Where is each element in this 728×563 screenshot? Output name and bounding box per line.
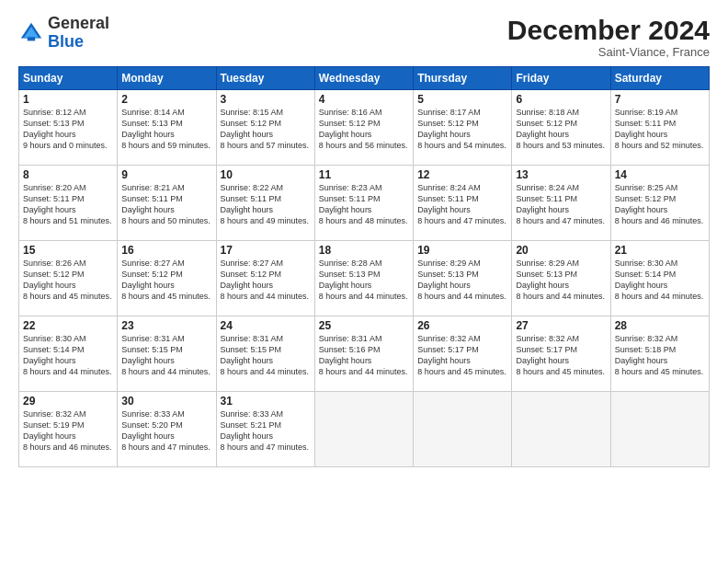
calendar-cell: 14Sunrise: 8:25 AMSunset: 5:12 PMDayligh… <box>610 166 709 241</box>
day-info: Sunrise: 8:29 AMSunset: 5:13 PMDaylight … <box>516 258 606 303</box>
day-info: Sunrise: 8:28 AMSunset: 5:13 PMDaylight … <box>319 258 409 303</box>
title-area: December 2024 Saint-Viance, France <box>507 15 710 59</box>
subtitle: Saint-Viance, France <box>507 45 710 59</box>
day-number: 13 <box>516 168 606 181</box>
day-number: 9 <box>121 168 211 181</box>
calendar-cell: 19Sunrise: 8:29 AMSunset: 5:13 PMDayligh… <box>414 241 512 316</box>
day-number: 28 <box>615 319 705 332</box>
calendar-cell: 23Sunrise: 8:31 AMSunset: 5:15 PMDayligh… <box>118 316 216 392</box>
calendar-cell: 1Sunrise: 8:12 AMSunset: 5:13 PMDaylight… <box>19 90 118 166</box>
col-header-saturday: Saturday <box>610 67 709 90</box>
day-number: 2 <box>121 93 211 106</box>
col-header-thursday: Thursday <box>414 67 512 90</box>
day-info: Sunrise: 8:12 AMSunset: 5:13 PMDaylight … <box>23 107 113 152</box>
calendar-cell <box>314 392 413 467</box>
day-info: Sunrise: 8:30 AMSunset: 5:14 PMDaylight … <box>23 333 113 378</box>
col-header-friday: Friday <box>512 67 610 90</box>
logo-icon <box>18 20 44 46</box>
day-number: 20 <box>516 244 606 257</box>
day-number: 6 <box>516 93 606 106</box>
calendar-cell: 10Sunrise: 8:22 AMSunset: 5:11 PMDayligh… <box>216 166 314 241</box>
day-info: Sunrise: 8:16 AMSunset: 5:12 PMDaylight … <box>319 107 409 152</box>
calendar-cell: 3Sunrise: 8:15 AMSunset: 5:12 PMDaylight… <box>216 90 314 166</box>
day-info: Sunrise: 8:18 AMSunset: 5:12 PMDaylight … <box>516 107 606 152</box>
calendar-cell: 27Sunrise: 8:32 AMSunset: 5:17 PMDayligh… <box>512 316 610 392</box>
day-info: Sunrise: 8:17 AMSunset: 5:12 PMDaylight … <box>417 107 507 152</box>
day-number: 23 <box>121 319 211 332</box>
month-title: December 2024 <box>507 15 710 45</box>
calendar-cell: 29Sunrise: 8:32 AMSunset: 5:19 PMDayligh… <box>19 392 118 467</box>
calendar-cell <box>512 392 610 467</box>
day-info: Sunrise: 8:24 AMSunset: 5:11 PMDaylight … <box>417 182 507 227</box>
day-number: 21 <box>615 244 705 257</box>
calendar-week-4: 22Sunrise: 8:30 AMSunset: 5:14 PMDayligh… <box>19 316 710 392</box>
day-number: 16 <box>121 244 211 257</box>
calendar-cell: 4Sunrise: 8:16 AMSunset: 5:12 PMDaylight… <box>314 90 413 166</box>
day-number: 22 <box>23 319 113 332</box>
day-info: Sunrise: 8:26 AMSunset: 5:12 PMDaylight … <box>23 258 113 303</box>
logo: General Blue <box>18 15 109 52</box>
col-header-sunday: Sunday <box>19 67 118 90</box>
day-number: 27 <box>516 319 606 332</box>
calendar-cell: 12Sunrise: 8:24 AMSunset: 5:11 PMDayligh… <box>414 166 512 241</box>
calendar-cell <box>610 392 709 467</box>
col-header-monday: Monday <box>118 67 216 90</box>
day-info: Sunrise: 8:33 AMSunset: 5:20 PMDaylight … <box>121 408 211 454</box>
calendar-cell: 2Sunrise: 8:14 AMSunset: 5:13 PMDaylight… <box>118 90 216 166</box>
day-number: 29 <box>23 395 113 408</box>
day-number: 31 <box>221 395 311 408</box>
calendar-cell: 21Sunrise: 8:30 AMSunset: 5:14 PMDayligh… <box>610 241 709 316</box>
header: General Blue December 2024 Saint-Viance,… <box>18 15 710 59</box>
day-info: Sunrise: 8:31 AMSunset: 5:15 PMDaylight … <box>121 333 211 378</box>
day-number: 12 <box>417 168 507 181</box>
day-number: 25 <box>319 319 409 332</box>
day-info: Sunrise: 8:22 AMSunset: 5:11 PMDaylight … <box>221 182 311 227</box>
day-number: 18 <box>319 244 409 257</box>
day-info: Sunrise: 8:32 AMSunset: 5:17 PMDaylight … <box>417 333 507 378</box>
calendar-cell: 16Sunrise: 8:27 AMSunset: 5:12 PMDayligh… <box>118 241 216 316</box>
day-number: 14 <box>615 168 705 181</box>
day-info: Sunrise: 8:29 AMSunset: 5:13 PMDaylight … <box>417 258 507 303</box>
day-number: 5 <box>417 93 507 106</box>
logo-text: General Blue <box>48 15 109 52</box>
calendar-cell: 8Sunrise: 8:20 AMSunset: 5:11 PMDaylight… <box>19 166 118 241</box>
day-info: Sunrise: 8:19 AMSunset: 5:11 PMDaylight … <box>615 107 705 152</box>
calendar-cell: 28Sunrise: 8:32 AMSunset: 5:18 PMDayligh… <box>610 316 709 392</box>
day-number: 19 <box>417 244 507 257</box>
calendar-cell: 24Sunrise: 8:31 AMSunset: 5:15 PMDayligh… <box>216 316 314 392</box>
day-info: Sunrise: 8:30 AMSunset: 5:14 PMDaylight … <box>615 258 705 303</box>
calendar-cell: 25Sunrise: 8:31 AMSunset: 5:16 PMDayligh… <box>314 316 413 392</box>
day-number: 10 <box>221 168 311 181</box>
day-info: Sunrise: 8:27 AMSunset: 5:12 PMDaylight … <box>121 258 211 303</box>
day-info: Sunrise: 8:33 AMSunset: 5:21 PMDaylight … <box>221 408 311 454</box>
day-number: 8 <box>23 168 113 181</box>
calendar-cell: 13Sunrise: 8:24 AMSunset: 5:11 PMDayligh… <box>512 166 610 241</box>
day-info: Sunrise: 8:27 AMSunset: 5:12 PMDaylight … <box>221 258 311 303</box>
day-info: Sunrise: 8:31 AMSunset: 5:15 PMDaylight … <box>221 333 311 378</box>
calendar-cell: 17Sunrise: 8:27 AMSunset: 5:12 PMDayligh… <box>216 241 314 316</box>
day-number: 30 <box>121 395 211 408</box>
calendar-cell: 6Sunrise: 8:18 AMSunset: 5:12 PMDaylight… <box>512 90 610 166</box>
calendar-cell: 31Sunrise: 8:33 AMSunset: 5:21 PMDayligh… <box>216 392 314 467</box>
day-info: Sunrise: 8:21 AMSunset: 5:11 PMDaylight … <box>121 182 211 227</box>
day-info: Sunrise: 8:32 AMSunset: 5:19 PMDaylight … <box>23 408 113 454</box>
calendar-cell: 5Sunrise: 8:17 AMSunset: 5:12 PMDaylight… <box>414 90 512 166</box>
col-header-wednesday: Wednesday <box>314 67 413 90</box>
day-info: Sunrise: 8:20 AMSunset: 5:11 PMDaylight … <box>23 182 113 227</box>
page: General Blue December 2024 Saint-Viance,… <box>0 0 728 563</box>
calendar-week-5: 29Sunrise: 8:32 AMSunset: 5:19 PMDayligh… <box>19 392 710 467</box>
day-number: 7 <box>615 93 705 106</box>
calendar-cell: 20Sunrise: 8:29 AMSunset: 5:13 PMDayligh… <box>512 241 610 316</box>
calendar-cell <box>414 392 512 467</box>
calendar-cell: 9Sunrise: 8:21 AMSunset: 5:11 PMDaylight… <box>118 166 216 241</box>
calendar-cell: 30Sunrise: 8:33 AMSunset: 5:20 PMDayligh… <box>118 392 216 467</box>
day-info: Sunrise: 8:23 AMSunset: 5:11 PMDaylight … <box>319 182 409 227</box>
calendar-table: SundayMondayTuesdayWednesdayThursdayFrid… <box>18 66 710 467</box>
day-number: 11 <box>319 168 409 181</box>
day-info: Sunrise: 8:24 AMSunset: 5:11 PMDaylight … <box>516 182 606 227</box>
day-number: 15 <box>23 244 113 257</box>
day-number: 3 <box>221 93 311 106</box>
calendar-cell: 11Sunrise: 8:23 AMSunset: 5:11 PMDayligh… <box>314 166 413 241</box>
day-number: 17 <box>221 244 311 257</box>
calendar-cell: 15Sunrise: 8:26 AMSunset: 5:12 PMDayligh… <box>19 241 118 316</box>
